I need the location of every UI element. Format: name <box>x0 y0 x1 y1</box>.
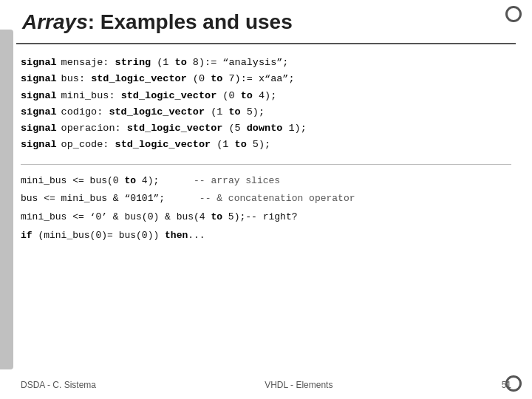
code-text-4: codigo: std_logic_vector (1 to 5); <box>61 104 265 120</box>
keyword-signal-4: signal <box>21 104 57 120</box>
code-line-1: signal mensaje: string (1 to 8):= “analy… <box>21 55 511 71</box>
code-line-5: signal operacion: std_logic_vector (5 do… <box>21 120 511 137</box>
example-comment-2: -- & concatenation operator <box>165 190 355 208</box>
keyword-signal-1: signal <box>21 55 57 71</box>
footer-left: DSDA - C. Sistema <box>21 380 96 390</box>
example-line-3: mini_bus <= ‘0’ & bus(0) & bus(4 to 5);-… <box>21 208 511 227</box>
main-content: signal mensaje: string (1 to 8):= “analy… <box>21 50 511 369</box>
left-border <box>0 30 13 369</box>
keyword-signal-5: signal <box>21 120 57 137</box>
example-line-2: bus <= mini_bus & “0101”; -- & concatena… <box>21 190 511 208</box>
footer: DSDA - C. Sistema VHDL - Elements 51 <box>21 380 511 390</box>
code-text-3: mini_bus: std_logic_vector (0 to 4); <box>61 88 277 104</box>
title-normal: : Examples and uses <box>88 10 293 33</box>
example-text-2: bus <= mini_bus & “0101”; <box>21 190 165 208</box>
page-title: Arrays: Examples and uses <box>22 10 293 34</box>
code-line-4: signal codigo: std_logic_vector (1 to 5)… <box>21 104 511 120</box>
code-line-3: signal mini_bus: std_logic_vector (0 to … <box>21 88 511 104</box>
code-line-2: signal bus: std_logic_vector (0 to 7):= … <box>21 71 511 87</box>
example-comment-1: -- array slices <box>159 172 280 191</box>
keyword-signal-6: signal <box>21 137 57 153</box>
footer-page: 51 <box>502 380 511 390</box>
keyword-signal-3: signal <box>21 88 57 104</box>
example-text-4: if (mini_bus(0)= bus(0)) then... <box>21 227 205 245</box>
code-text-6: op_code: std_logic_vector (1 to 5); <box>61 137 271 153</box>
signal-declarations: signal mensaje: string (1 to 8):= “analy… <box>21 55 511 154</box>
keyword-signal-2: signal <box>21 71 57 87</box>
title-divider <box>16 43 516 44</box>
code-text-2: bus: std_logic_vector (0 to 7):= x“aa”; <box>61 71 295 87</box>
example-line-1: mini_bus <= bus(0 to 4); -- array slices <box>21 172 511 191</box>
top-circle-decoration <box>505 6 522 22</box>
example-text-1: mini_bus <= bus(0 to 4); <box>21 172 159 191</box>
title-italic: Arrays <box>22 10 88 33</box>
section-divider <box>21 164 511 165</box>
example-text-3: mini_bus <= ‘0’ & bus(0) & bus(4 to 5);-… <box>21 208 297 227</box>
code-text-1: mensaje: string (1 to 8):= “analysis”; <box>61 55 289 71</box>
footer-center: VHDL - Elements <box>265 380 332 390</box>
code-text-5: operacion: std_logic_vector (5 downto 1)… <box>61 120 307 137</box>
example-line-4: if (mini_bus(0)= bus(0)) then... <box>21 227 511 245</box>
code-line-6: signal op_code: std_logic_vector (1 to 5… <box>21 137 511 153</box>
examples-block: mini_bus <= bus(0 to 4); -- array slices… <box>21 172 511 245</box>
